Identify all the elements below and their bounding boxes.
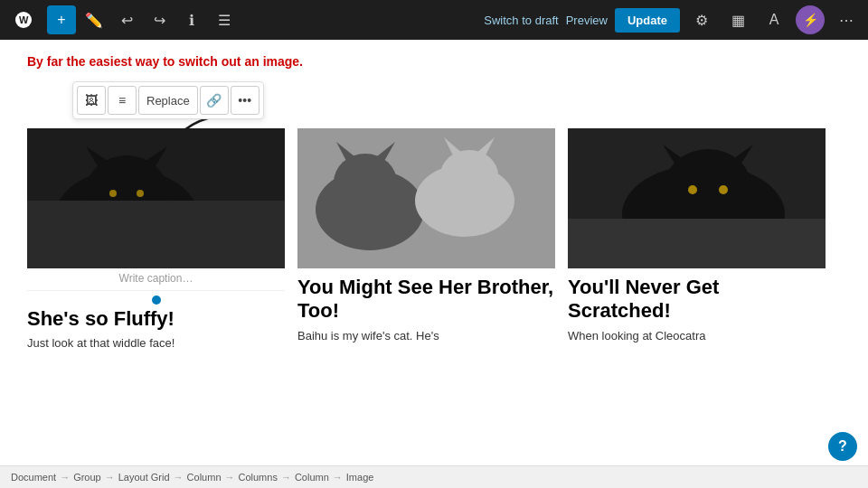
card-title-2: You Might See Her Brother, Too! xyxy=(297,276,555,324)
svg-point-17 xyxy=(440,150,498,201)
image-block-icon[interactable]: 🖼 xyxy=(77,86,106,115)
cat-image-2[interactable] xyxy=(297,128,555,268)
performance-icon[interactable]: ⚡ xyxy=(796,5,825,34)
help-button[interactable]: ? xyxy=(828,432,857,461)
card-title-1: She's so Fluffy! xyxy=(27,307,285,331)
main-toolbar: W + ✏️ ↩ ↪ ℹ ☰ Switch to draft Preview U… xyxy=(0,0,868,40)
breadcrumb-document[interactable]: Document xyxy=(11,472,56,483)
svg-rect-10 xyxy=(27,201,285,268)
edit-icon[interactable]: ✏️ xyxy=(80,5,108,34)
card-text-2: Baihu is my wife's cat. He's xyxy=(297,327,555,345)
cat-image-1[interactable] xyxy=(27,128,285,268)
card-3: You'll Never Get Scratched! When looking… xyxy=(568,128,826,352)
card-1: Write caption… She's so Fluffy! Just loo… xyxy=(27,128,285,352)
list-view-icon[interactable]: ☰ xyxy=(210,5,239,34)
replace-button[interactable]: Replace xyxy=(138,86,198,115)
update-button[interactable]: Update xyxy=(615,8,680,33)
svg-point-13 xyxy=(334,154,397,211)
card-title-3: You'll Never Get Scratched! xyxy=(568,276,826,324)
info-icon[interactable]: ℹ xyxy=(177,5,206,34)
card-text-3: When looking at Cleocatra xyxy=(568,327,826,345)
breadcrumb-image[interactable]: Image xyxy=(346,472,374,483)
cat-image-3[interactable] xyxy=(568,128,826,268)
switch-to-draft-button[interactable]: Switch to draft xyxy=(484,14,558,27)
preview-button[interactable]: Preview xyxy=(566,14,608,27)
breadcrumb: Document → Group → Layout Grid → Column … xyxy=(0,465,868,488)
svg-point-9 xyxy=(137,190,144,197)
svg-point-26 xyxy=(719,185,728,194)
card-2: You Might See Her Brother, Too! Baihu is… xyxy=(297,128,555,352)
svg-point-8 xyxy=(109,190,117,197)
svg-point-25 xyxy=(688,185,697,194)
breadcrumb-columns[interactable]: Columns xyxy=(239,472,278,483)
undo-icon[interactable]: ↩ xyxy=(112,5,141,34)
settings-icon[interactable]: ⚙ xyxy=(687,5,716,34)
svg-rect-27 xyxy=(568,219,826,268)
image-grid: Write caption… She's so Fluffy! Just loo… xyxy=(27,128,841,352)
align-icon[interactable]: ≡ xyxy=(108,86,137,115)
grid-icon[interactable]: ▦ xyxy=(723,5,752,34)
more-block-options-icon[interactable]: ••• xyxy=(231,86,259,115)
wp-logo[interactable]: W xyxy=(7,4,40,36)
breadcrumb-layout-grid[interactable]: Layout Grid xyxy=(118,472,170,483)
link-icon[interactable]: 🔗 xyxy=(200,86,229,115)
more-options-icon[interactable]: ⋯ xyxy=(832,5,861,34)
redo-icon[interactable]: ↪ xyxy=(145,5,174,34)
card-text-1: Just look at that widdle face! xyxy=(27,334,285,352)
svg-text:W: W xyxy=(19,14,29,25)
caption-field-1[interactable]: Write caption… xyxy=(27,268,285,291)
breadcrumb-group[interactable]: Group xyxy=(73,472,101,483)
hint-text: By far the easiest way to switch out an … xyxy=(27,54,841,69)
text-size-icon[interactable]: A xyxy=(760,5,788,34)
editor-content: By far the easiest way to switch out an … xyxy=(0,40,868,352)
block-toolbar: 🖼 ≡ Replace 🔗 ••• xyxy=(72,81,264,119)
carousel-dot-1[interactable] xyxy=(152,296,161,305)
breadcrumb-column2[interactable]: Column xyxy=(295,472,329,483)
add-block-button[interactable]: + xyxy=(47,5,76,34)
breadcrumb-column[interactable]: Column xyxy=(187,472,222,483)
